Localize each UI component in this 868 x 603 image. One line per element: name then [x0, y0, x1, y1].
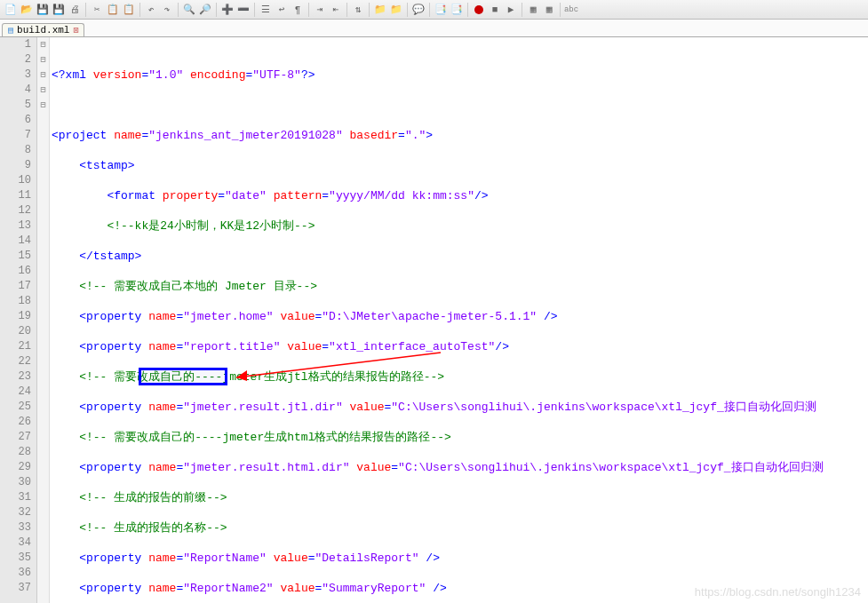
- separator: [216, 3, 217, 17]
- separator: [139, 3, 140, 17]
- plugin2-icon[interactable]: ▦: [542, 3, 556, 17]
- open-icon[interactable]: 📂: [20, 3, 34, 17]
- tab-label: build.xml: [17, 25, 69, 36]
- separator: [178, 3, 179, 17]
- bookmark-icon[interactable]: 📑: [434, 3, 448, 17]
- print-icon[interactable]: 🖨: [68, 3, 82, 17]
- separator: [560, 3, 561, 17]
- record-icon[interactable]: [472, 3, 486, 17]
- play-icon[interactable]: ▶: [504, 3, 518, 17]
- saveall-icon[interactable]: 💾: [52, 3, 66, 17]
- tab-bar: ▤ build.xml ⊠: [0, 20, 868, 37]
- separator: [369, 3, 370, 17]
- tab-buildxml[interactable]: ▤ build.xml ⊠: [2, 23, 84, 36]
- undo-icon[interactable]: ↶: [144, 3, 158, 17]
- editor: 1234567891011121314151617181920212223242…: [0, 37, 868, 603]
- folder2-icon[interactable]: 📁: [389, 3, 403, 17]
- comment-icon[interactable]: 💬: [411, 3, 426, 17]
- outdent-icon[interactable]: ⇤: [329, 3, 343, 17]
- separator: [429, 3, 430, 17]
- separator: [254, 3, 255, 17]
- abc-icon[interactable]: abc: [564, 3, 578, 17]
- copy-icon[interactable]: 📋: [106, 3, 120, 17]
- wrap-icon[interactable]: ↩: [275, 3, 289, 17]
- folder-icon[interactable]: 📁: [373, 3, 387, 17]
- stop-icon[interactable]: ■: [488, 3, 502, 17]
- indent-icon[interactable]: ⇥: [313, 3, 327, 17]
- new-icon[interactable]: 📄: [4, 3, 18, 17]
- find-icon[interactable]: 🔍: [182, 3, 196, 17]
- sort-icon[interactable]: ⇅: [351, 3, 365, 17]
- plugin-icon[interactable]: ▦: [526, 3, 540, 17]
- separator: [308, 3, 309, 17]
- wrap2-icon[interactable]: ¶: [291, 3, 305, 17]
- separator: [467, 3, 468, 17]
- fold-column[interactable]: ⊟⊟⊟⊟⊟: [37, 37, 50, 603]
- line-number-gutter: 1234567891011121314151617181920212223242…: [0, 37, 37, 603]
- close-icon[interactable]: ⊠: [73, 25, 78, 36]
- separator: [522, 3, 522, 17]
- toggle-icon[interactable]: ☰: [259, 3, 273, 17]
- xml-decl: <?xml: [52, 68, 93, 82]
- redo-icon[interactable]: ↷: [160, 3, 174, 17]
- separator: [85, 3, 86, 17]
- separator: [346, 3, 347, 17]
- separator: [407, 3, 408, 17]
- save-icon[interactable]: 💾: [36, 3, 50, 17]
- cut-icon[interactable]: ✂: [90, 3, 104, 17]
- replace-icon[interactable]: 🔎: [198, 3, 212, 17]
- zoom-in-icon[interactable]: ➕: [220, 3, 235, 17]
- zoom-out-icon[interactable]: ➖: [236, 3, 251, 17]
- paste-icon[interactable]: 📋: [122, 3, 136, 17]
- toolbar: 📄 📂 💾 💾 🖨 ✂ 📋 📋 ↶ ↷ 🔍 🔎 ➕ ➖ ☰ ↩ ¶ ⇥ ⇤ ⇅ …: [0, 0, 868, 20]
- bookmark2-icon[interactable]: 📑: [450, 3, 464, 17]
- file-icon: ▤: [8, 25, 13, 36]
- code-area[interactable]: <?xml version="1.0" encoding="UTF-8"?> <…: [50, 37, 868, 603]
